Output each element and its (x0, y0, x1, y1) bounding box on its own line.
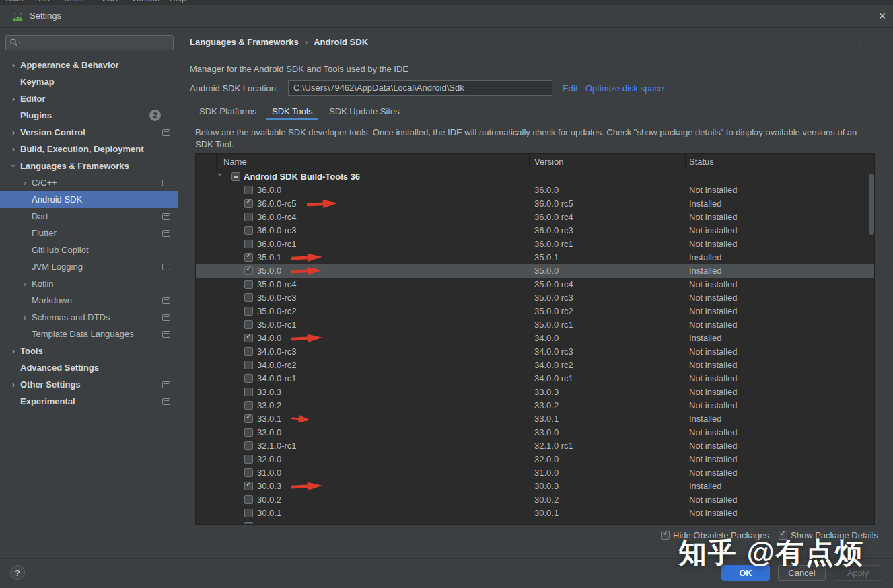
help-button[interactable]: ? (10, 565, 25, 580)
row-checkbox[interactable] (244, 186, 253, 194)
row-checkbox[interactable] (244, 428, 253, 437)
sidebar-item-languages-frameworks[interactable]: ›Languages & Frameworks (0, 157, 178, 174)
table-row[interactable]: 32.0.032.0.0Not installed (196, 453, 874, 466)
column-divider[interactable] (685, 154, 686, 170)
row-checkbox[interactable] (244, 199, 253, 208)
close-icon[interactable]: × (874, 8, 890, 24)
table-row[interactable]: 36.0.0-rc436.0.0 rc4Not installed (196, 211, 874, 224)
sidebar-item-plugins[interactable]: Plugins2 (0, 107, 178, 124)
table-row[interactable]: 35.0.0-rc135.0.0 rc1Not installed (196, 318, 874, 332)
table-row[interactable]: 33.0.133.0.1Installed (196, 412, 874, 426)
row-checkbox[interactable] (244, 266, 253, 275)
row-checkbox[interactable] (244, 240, 253, 248)
table-row[interactable]: 30.0.130.0.1Not installed (196, 507, 874, 520)
row-checkbox[interactable] (244, 482, 253, 490)
row-checkbox[interactable] (244, 347, 253, 356)
sidebar-item-schemas-and-dtds[interactable]: ›Schemas and DTDs (0, 309, 178, 326)
row-checkbox[interactable] (244, 495, 253, 504)
table-row[interactable]: 36.0.036.0.0Not installed (196, 184, 874, 197)
table-row[interactable]: 36.0.0-rc136.0.0 rc1Not installed (196, 237, 874, 251)
sidebar-item-markdown[interactable]: Markdown (0, 292, 178, 309)
column-header-status[interactable]: Status (689, 157, 714, 167)
sidebar-item-appearance-behavior[interactable]: ›Appearance & Behavior (0, 57, 178, 73)
sidebar-item-github-copilot[interactable]: GitHub Copilot (0, 242, 178, 258)
sidebar-item-template-data-languages[interactable]: Template Data Languages (0, 326, 178, 342)
sidebar-item-tools[interactable]: ›Tools (0, 342, 178, 359)
chevron-down-icon[interactable]: › (5, 162, 22, 170)
sidebar-item-c-c[interactable]: ›C/C++ (0, 174, 178, 191)
table-row[interactable]: 35.0.135.0.1Installed (196, 251, 874, 264)
sdk-location-field[interactable]: C:\Users\79462\AppData\Local\Android\Sdk (288, 80, 552, 96)
menu-item-window[interactable]: Window (132, 0, 161, 3)
table-row[interactable]: 30.0.230.0.2Not installed (196, 493, 874, 507)
table-row[interactable]: 35.0.0-rc235.0.0 rc2Not installed (196, 305, 874, 318)
chevron-right-icon[interactable]: › (21, 309, 29, 326)
menu-item-build[interactable]: Build (5, 0, 24, 3)
sidebar-item-version-control[interactable]: ›Version Control (0, 124, 178, 141)
row-checkbox[interactable] (244, 307, 253, 316)
sidebar-item-dart[interactable]: Dart (0, 208, 178, 225)
table-row[interactable]: 35.0.0-rc435.0.0 rc4Not installed (196, 278, 874, 291)
row-checkbox[interactable] (244, 293, 253, 302)
sidebar-item-build-execution-deployment[interactable]: ›Build, Execution, Deployment (0, 141, 178, 157)
menu-item-tools[interactable]: Tools (63, 0, 82, 3)
row-checkbox[interactable] (244, 522, 253, 525)
table-row[interactable]: 32.1.0-rc132.1.0 rc1Not installed (196, 439, 874, 453)
column-divider[interactable] (529, 154, 530, 170)
chevron-right-icon[interactable]: › (9, 342, 17, 359)
chevron-right-icon[interactable]: › (9, 57, 17, 73)
breadcrumb-parent[interactable]: Languages & Frameworks (190, 37, 299, 47)
row-checkbox[interactable] (244, 414, 253, 423)
table-row[interactable]: 34.0.0-rc334.0.0 rc3Not installed (196, 345, 874, 359)
table-row[interactable]: 34.0.0-rc134.0.0 rc1Not installed (196, 372, 874, 385)
row-checkbox[interactable] (244, 334, 253, 342)
sidebar-item-experimental[interactable]: Experimental (0, 393, 178, 410)
row-checkbox[interactable] (244, 401, 253, 410)
settings-search-input[interactable] (5, 35, 174, 50)
row-checkbox[interactable] (244, 253, 253, 262)
chevron-right-icon[interactable]: › (9, 124, 17, 141)
row-checkbox[interactable] (244, 361, 253, 369)
table-row[interactable]: 36.0.0-rc536.0.0 rc5Installed (196, 197, 874, 211)
chevron-down-icon[interactable]: › (213, 173, 227, 181)
table-group-row[interactable]: ›Android SDK Build-Tools 36 (196, 170, 874, 184)
table-row[interactable]: 35.0.035.0.0Installed (196, 264, 874, 278)
menu-item-run[interactable]: Run (35, 0, 50, 3)
sidebar-item-other-settings[interactable]: ›Other Settings (0, 376, 178, 393)
table-row[interactable]: 33.0.233.0.2Not installed (196, 399, 874, 412)
tab-sdk-tools[interactable]: SDK Tools (272, 106, 312, 116)
sidebar-item-keymap[interactable]: Keymap (0, 73, 178, 90)
table-row-partial[interactable] (196, 520, 874, 525)
row-checkbox[interactable] (244, 441, 253, 450)
tab-sdk-platforms[interactable]: SDK Platforms (199, 106, 256, 116)
table-row[interactable]: 33.0.033.0.0Not installed (196, 426, 874, 439)
row-checkbox[interactable] (244, 455, 253, 464)
row-checkbox[interactable] (244, 213, 253, 221)
column-header-version[interactable]: Version (534, 157, 563, 167)
table-row[interactable]: 30.0.330.0.3Installed (196, 480, 874, 493)
menu-item-help[interactable]: Help (170, 0, 186, 3)
table-row[interactable]: 31.0.031.0.0Not installed (196, 466, 874, 480)
row-checkbox[interactable] (244, 320, 253, 329)
chevron-right-icon[interactable]: › (21, 174, 29, 191)
sidebar-item-editor[interactable]: ›Editor (0, 90, 178, 107)
sidebar-item-android-sdk[interactable]: Android SDK (0, 191, 178, 208)
edit-link[interactable]: Edit (563, 83, 577, 94)
table-row[interactable]: 35.0.0-rc335.0.0 rc3Not installed (196, 291, 874, 305)
table-row[interactable]: 34.0.0-rc234.0.0 rc2Not installed (196, 359, 874, 372)
sidebar-item-flutter[interactable]: Flutter (0, 225, 178, 242)
chevron-right-icon[interactable]: › (9, 376, 17, 393)
chevron-right-icon[interactable]: › (21, 275, 29, 292)
group-checkbox[interactable] (231, 172, 240, 181)
tab-sdk-update-sites[interactable]: SDK Update Sites (329, 106, 400, 116)
row-checkbox[interactable] (244, 226, 253, 235)
table-row[interactable]: 34.0.034.0.0Installed (196, 332, 874, 345)
chevron-right-icon[interactable]: › (9, 141, 17, 157)
column-header-name[interactable]: Name (223, 157, 247, 167)
table-row[interactable]: 33.0.333.0.3Not installed (196, 385, 874, 399)
row-checkbox[interactable] (244, 509, 253, 517)
row-checkbox[interactable] (244, 280, 253, 289)
sidebar-item-advanced-settings[interactable]: Advanced Settings (0, 359, 178, 376)
vertical-scrollbar[interactable] (869, 174, 874, 235)
forward-arrow-icon[interactable]: → (875, 36, 885, 48)
